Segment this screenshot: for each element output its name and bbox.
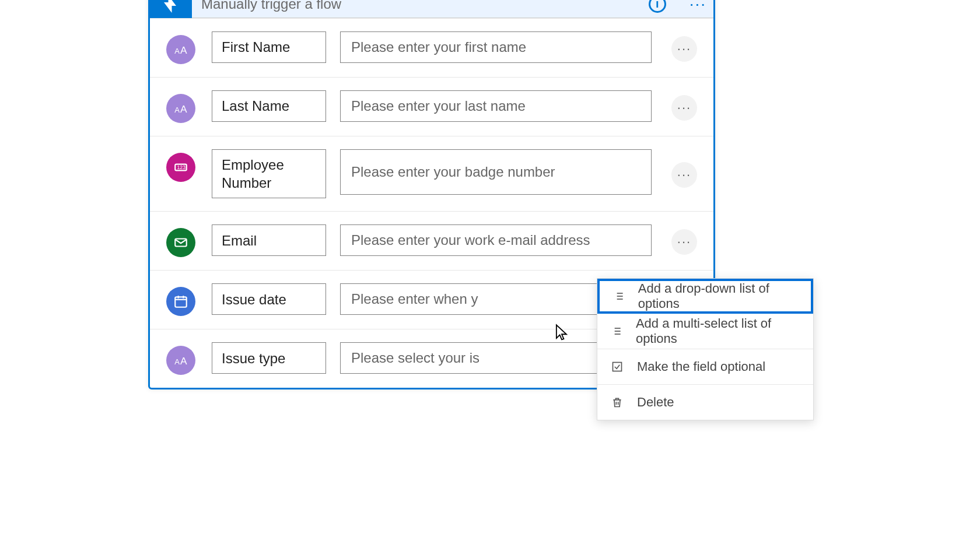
menu-add-multiselect[interactable]: Add a multi-select list of options <box>597 314 813 349</box>
svg-rect-7 <box>175 297 187 307</box>
number-type-icon: 123 <box>166 153 195 182</box>
menu-label: Add a drop-down list of options <box>638 281 798 311</box>
card-title: Manually trigger a flow <box>201 0 649 12</box>
svg-text:A: A <box>180 44 187 56</box>
trigger-icon <box>150 0 192 18</box>
list-icon <box>612 290 625 302</box>
field-context-menu: Add a drop-down list of options Add a mu… <box>597 278 814 420</box>
text-type-icon: AA <box>166 94 195 123</box>
field-more-button[interactable]: ··· <box>671 162 697 188</box>
svg-text:A: A <box>180 103 187 115</box>
svg-text:A: A <box>180 355 187 367</box>
svg-rect-25 <box>613 363 622 371</box>
svg-text:A: A <box>174 357 180 366</box>
field-label[interactable]: Employee Number <box>212 149 326 198</box>
trash-icon <box>610 396 624 408</box>
menu-label: Make the field optional <box>637 359 765 374</box>
field-placeholder[interactable]: Please enter your work e-mail address <box>340 224 652 256</box>
field-placeholder[interactable]: Please enter your first name <box>340 31 652 63</box>
list-icon <box>610 325 623 337</box>
checkbox-icon <box>610 361 624 373</box>
field-more-button[interactable]: ··· <box>671 95 697 121</box>
svg-text:A: A <box>174 47 180 55</box>
field-label[interactable]: Issue type <box>212 342 326 374</box>
menu-label: Delete <box>637 395 674 410</box>
svg-text:A: A <box>174 106 180 114</box>
field-label[interactable]: Email <box>212 224 326 256</box>
field-label[interactable]: Issue date <box>212 283 326 315</box>
menu-delete[interactable]: Delete <box>597 385 813 420</box>
menu-add-dropdown[interactable]: Add a drop-down list of options <box>597 279 813 314</box>
field-placeholder[interactable]: Please enter your badge number <box>340 149 652 195</box>
email-type-icon <box>166 228 195 257</box>
field-label[interactable]: Last Name <box>212 90 326 122</box>
svg-text:123: 123 <box>177 164 186 170</box>
card-more-button[interactable]: ··· <box>690 2 706 6</box>
field-row: AA Last Name Please enter your last name… <box>150 77 713 136</box>
menu-make-optional[interactable]: Make the field optional <box>597 349 813 384</box>
field-row: AA First Name Please enter your first na… <box>150 18 713 77</box>
date-type-icon <box>166 287 195 316</box>
field-label[interactable]: First Name <box>212 31 326 63</box>
field-more-button[interactable]: ··· <box>671 229 697 255</box>
info-icon[interactable]: i <box>649 0 666 13</box>
card-header: Manually trigger a flow i ··· <box>150 0 713 18</box>
text-type-icon: AA <box>166 346 195 375</box>
field-row: 123 Employee Number Please enter your ba… <box>150 136 713 211</box>
menu-label: Add a multi-select list of options <box>636 316 800 346</box>
text-type-icon: AA <box>166 35 195 64</box>
trigger-card: Manually trigger a flow i ··· AA First N… <box>148 0 715 389</box>
field-more-button[interactable]: ··· <box>671 36 697 62</box>
field-row: Email Please enter your work e-mail addr… <box>150 211 713 270</box>
field-placeholder[interactable]: Please enter your last name <box>340 90 652 122</box>
